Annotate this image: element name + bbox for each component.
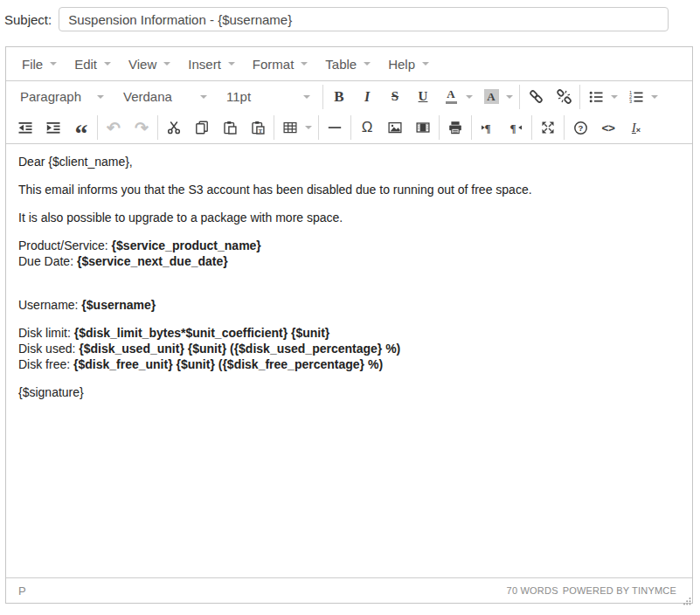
format-select[interactable]: Paragraph (13, 85, 111, 109)
subject-label: Subject: (4, 12, 52, 27)
print-icon (448, 121, 462, 135)
help-button[interactable]: ? (569, 115, 592, 140)
copy-button[interactable] (191, 115, 213, 140)
unlink-button[interactable] (552, 85, 575, 109)
bullist-button[interactable] (585, 85, 607, 109)
font-select[interactable]: Verdana (116, 85, 214, 109)
blockquote-button[interactable]: “ (70, 115, 93, 140)
chevron-down-icon (651, 95, 658, 99)
menu-format[interactable]: Format (244, 52, 317, 76)
numlist-button[interactable]: 123 (625, 85, 648, 109)
italic-icon: I (364, 89, 370, 105)
rtl-button[interactable]: ¶ (504, 115, 527, 140)
menu-file[interactable]: File (13, 52, 66, 76)
media-button[interactable] (412, 115, 434, 140)
unlink-icon (557, 89, 572, 104)
text-segment: {$signature} (18, 385, 84, 399)
bullist-menu-button[interactable] (609, 85, 620, 109)
menu-edit[interactable]: Edit (66, 52, 120, 76)
paragraph: Username: {$username} (18, 281, 680, 313)
editor-body[interactable]: Dear {$client_name},This email informs y… (6, 144, 692, 577)
text-segment: Product/Service: (18, 238, 112, 252)
underline-button[interactable]: U (412, 85, 434, 109)
removeformat-button[interactable]: I× (625, 115, 648, 140)
chevron-down-icon (50, 62, 57, 66)
fontsize-select-value: 11pt (226, 89, 251, 104)
redo-button[interactable]: ↷ (130, 115, 153, 140)
removeformat-icon: I× (632, 121, 641, 135)
menu-label: Edit (74, 57, 97, 72)
email-template-page: Subject: FileEditViewInsertFormatTableHe… (0, 0, 700, 615)
ltr-icon: ¶ (481, 121, 495, 135)
paste-button[interactable] (218, 115, 241, 140)
forecolor-menu-button[interactable] (464, 85, 475, 109)
text-segment: Disk free: (18, 357, 73, 371)
redo-icon: ↷ (135, 121, 149, 135)
strikethrough-button[interactable]: S (384, 85, 406, 109)
template-variable: {$username} (81, 298, 156, 312)
chevron-down-icon (163, 62, 170, 66)
fullscreen-button[interactable] (537, 115, 559, 140)
italic-button[interactable]: I (356, 85, 378, 109)
link-button[interactable] (524, 85, 547, 109)
svg-text:¶: ¶ (510, 121, 516, 135)
backcolor-button[interactable]: A (480, 85, 502, 109)
undo-button[interactable]: ↶ (102, 115, 125, 140)
text-segment: Username: (18, 298, 81, 312)
paste-icon (223, 121, 237, 135)
pastetext-button[interactable]: T (246, 115, 269, 140)
chevron-down-icon (364, 62, 371, 66)
menu-label: Help (388, 57, 415, 72)
text-segment: This email informs you that the S3 accou… (18, 183, 532, 197)
chevron-down-icon (466, 95, 473, 99)
strikethrough-icon: S (392, 89, 399, 104)
ltr-button[interactable]: ¶ (476, 115, 499, 140)
word-count: 70 WORDS (507, 585, 558, 596)
undo-icon: ↶ (107, 121, 121, 135)
text-segment: Due Date: (18, 254, 77, 268)
menubar: FileEditViewInsertFormatTableHelp (6, 47, 692, 81)
chevron-down-icon (228, 62, 235, 66)
menu-label: Insert (188, 57, 221, 72)
svg-text:?: ? (578, 122, 583, 132)
pastetext-icon: T (251, 121, 265, 135)
table-menu-button[interactable] (303, 115, 314, 140)
element-path[interactable]: P (18, 584, 26, 598)
bullist-icon (589, 90, 603, 104)
backcolor-menu-button[interactable] (504, 85, 515, 109)
chevron-down-icon (506, 95, 513, 99)
resize-handle[interactable] (683, 593, 691, 602)
menu-table[interactable]: Table (316, 52, 379, 76)
chevron-down-icon (97, 95, 104, 99)
paragraph: This email informs you that the S3 accou… (18, 182, 680, 197)
outdent-button[interactable] (14, 115, 37, 140)
hr-button[interactable] (323, 115, 346, 140)
numlist-menu-button[interactable] (649, 85, 660, 109)
table-button[interactable] (279, 115, 301, 140)
charmap-button[interactable]: Ω (356, 115, 378, 140)
blockquote-icon: “ (75, 121, 88, 135)
bold-button[interactable]: B (328, 85, 350, 109)
print-button[interactable] (444, 115, 467, 140)
menu-insert[interactable]: Insert (179, 52, 244, 76)
image-button[interactable] (384, 115, 406, 140)
help-icon: ? (573, 121, 588, 135)
copy-icon (195, 121, 209, 135)
chevron-down-icon (611, 95, 618, 99)
media-icon (416, 121, 430, 135)
menu-label: Table (325, 57, 357, 72)
template-variable: {$disk_free_unit} {$unit} ({$disk_free_p… (73, 357, 383, 371)
text-segment: Disk used: (18, 342, 79, 356)
menu-label: File (22, 57, 43, 72)
menu-help[interactable]: Help (379, 52, 438, 76)
numlist-icon: 123 (629, 90, 643, 104)
menu-view[interactable]: View (120, 52, 179, 76)
template-variable: {$disk_limit_bytes*$unit_coefficient} {$… (74, 326, 330, 340)
menu-label: Format (253, 57, 295, 72)
cut-button[interactable] (163, 115, 185, 140)
subject-input[interactable] (59, 7, 669, 31)
fontsize-select[interactable]: 11pt (219, 85, 317, 109)
indent-button[interactable] (42, 115, 65, 140)
code-button[interactable]: <> (597, 115, 620, 140)
forecolor-button[interactable]: A (440, 85, 462, 109)
